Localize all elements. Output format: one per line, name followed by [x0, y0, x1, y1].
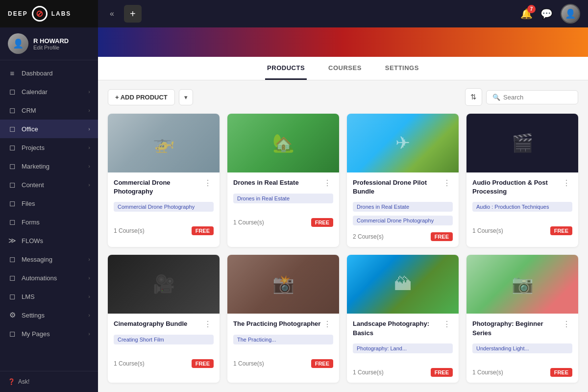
product-card-commercial-drone[interactable]: 🚁 Commercial Drone Photography ⋮ Commerc…	[108, 114, 220, 247]
office-chevron: ›	[88, 126, 90, 132]
user-name: R HOWARD	[33, 37, 69, 45]
product-card-drones-real-estate[interactable]: 🏡 Drones in Real Estate ⋮ Drones in Real…	[227, 114, 339, 247]
product-card-professional-drone[interactable]: ✈ Professional Drone Pilot Bundle ⋮ Dron…	[347, 114, 459, 247]
logo-text-left: DEEP	[8, 10, 28, 17]
card-image-cinematography-bundle: 🎥	[108, 255, 220, 314]
mypages-chevron: ›	[88, 331, 90, 337]
hero-banner	[98, 27, 588, 57]
card-tags: Creating Short Film	[114, 334, 214, 353]
card-title: Commercial Drone Photography	[114, 178, 202, 196]
product-card-landscape-photography[interactable]: 🏔 Landscape Photography: Basics ⋮ Photog…	[347, 255, 459, 382]
tab-settings[interactable]: SETTINGS	[383, 57, 421, 80]
product-card-audio-production[interactable]: 🎬 Audio Production & Post Processing ⋮ A…	[466, 114, 578, 247]
free-badge: FREE	[550, 226, 572, 235]
card-menu-button[interactable]: ⋮	[202, 319, 214, 329]
sidebar-label-projects: Projects	[22, 144, 45, 151]
sidebar-item-dashboard[interactable]: ≡ Dashboard	[0, 64, 98, 82]
sidebar-item-forms[interactable]: ◻ Forms	[0, 213, 98, 231]
free-badge: FREE	[311, 218, 333, 227]
product-grid: 🚁 Commercial Drone Photography ⋮ Commerc…	[108, 114, 578, 383]
office-icon: ◻	[8, 124, 17, 133]
free-badge: FREE	[550, 368, 572, 377]
tab-courses[interactable]: COURSES	[326, 57, 364, 80]
sidebar-label-calendar: Calendar	[22, 88, 48, 96]
ask-button[interactable]: ❓ Ask!	[8, 376, 90, 387]
collapse-button[interactable]: «	[106, 7, 118, 20]
free-badge: FREE	[431, 368, 453, 377]
sidebar-bottom: ❓ Ask!	[0, 371, 98, 392]
sidebar-item-lms[interactable]: ◻ LMS ›	[0, 287, 98, 306]
product-card-photography-beginner[interactable]: 📷 Photography: Beginner Series ⋮ Underst…	[466, 255, 578, 382]
card-tag: Photography: Land...	[353, 343, 453, 353]
sidebar-nav: ≡ Dashboard ◻ Calendar › ◻ CRM › ◻ Offic…	[0, 60, 98, 371]
automations-chevron: ›	[88, 275, 90, 281]
notifications-button[interactable]: 🔔 7	[520, 8, 533, 20]
messages-button[interactable]: 💬	[540, 8, 553, 20]
content-icon: ◻	[8, 180, 17, 189]
sidebar-item-automations[interactable]: ◻ Automations ›	[0, 269, 98, 287]
search-input[interactable]	[503, 94, 572, 101]
card-menu-button[interactable]: ⋮	[441, 178, 453, 188]
card-title: Professional Drone Pilot Bundle	[353, 178, 441, 196]
sidebar-item-marketing[interactable]: ◻ Marketing ›	[0, 157, 98, 175]
main-area: « + 🔔 7 💬 👤 PRODUCTS COURSES SETTINGS + …	[98, 0, 588, 392]
marketing-chevron: ›	[88, 163, 90, 169]
projects-icon: ◻	[8, 143, 17, 152]
sidebar-item-content[interactable]: ◻ Content ›	[0, 175, 98, 194]
lms-icon: ◻	[8, 292, 17, 301]
sidebar-label-dashboard: Dashboard	[22, 70, 53, 77]
sidebar-label-flows: FLOWs	[22, 237, 43, 245]
sidebar-item-settings[interactable]: ⚙ Settings ›	[0, 306, 98, 324]
sidebar-item-messaging[interactable]: ◻ Messaging ›	[0, 250, 98, 269]
sidebar-item-flows[interactable]: ≫ FLOWs	[0, 231, 98, 250]
search-box: 🔍	[486, 90, 578, 104]
add-product-button[interactable]: + ADD PRODUCT	[108, 89, 175, 105]
automations-icon: ◻	[8, 273, 17, 282]
card-menu-button[interactable]: ⋮	[202, 178, 214, 188]
calendar-icon: ◻	[8, 87, 17, 96]
sort-filter-button[interactable]: ⇅	[465, 88, 482, 106]
card-menu-button[interactable]: ⋮	[561, 178, 572, 188]
dashboard-icon: ≡	[8, 69, 17, 77]
card-tags: Audio : Production Techniques	[472, 201, 572, 220]
card-image-drones-real-estate: 🏡	[227, 114, 339, 172]
edit-profile-link[interactable]: Edit Profile	[33, 45, 69, 50]
card-image-practicing-photographer: 📸	[227, 255, 339, 314]
sidebar-label-forms: Forms	[22, 219, 40, 226]
user-avatar-topbar[interactable]: 👤	[561, 4, 580, 24]
card-tags: Drones in Real Estate	[233, 193, 333, 212]
card-tag: The Practicing...	[233, 335, 333, 344]
card-tag: Drones in Real Estate	[233, 194, 333, 203]
sidebar-label-messaging: Messaging	[22, 256, 52, 263]
sidebar-item-crm[interactable]: ◻ CRM ›	[0, 101, 98, 120]
card-title: The Practicing Photographer	[233, 319, 321, 328]
free-badge: FREE	[192, 359, 214, 368]
card-image-commercial-drone: 🚁	[108, 114, 220, 172]
avatar: 👤	[8, 33, 28, 54]
product-card-practicing-photographer[interactable]: 📸 The Practicing Photographer ⋮ The Prac…	[227, 255, 339, 382]
free-badge: FREE	[431, 232, 453, 241]
card-tags: Understanding Light...	[472, 343, 572, 362]
sidebar-item-mypages[interactable]: ◻ My Pages ›	[0, 324, 98, 343]
files-icon: ◻	[8, 199, 17, 208]
topbar: « + 🔔 7 💬 👤	[98, 0, 588, 27]
card-menu-button[interactable]: ⋮	[321, 178, 333, 188]
sidebar-item-office[interactable]: ◻ Office ›	[0, 120, 98, 138]
card-title: Drones in Real Estate	[233, 178, 321, 187]
card-menu-button[interactable]: ⋮	[441, 319, 453, 329]
sidebar-item-projects[interactable]: ◻ Projects ›	[0, 138, 98, 157]
content-area: + ADD PRODUCT ▾ ⇅ 🔍 🚁 Commercial Drone P…	[98, 80, 588, 392]
filter-dropdown-button[interactable]: ▾	[179, 89, 193, 105]
card-menu-button[interactable]: ⋮	[561, 319, 572, 329]
tab-products[interactable]: PRODUCTS	[265, 57, 307, 80]
card-title: Cinematography Bundle	[114, 319, 202, 328]
card-menu-button[interactable]: ⋮	[321, 319, 333, 329]
product-card-cinematography-bundle[interactable]: 🎥 Cinematography Bundle ⋮ Creating Short…	[108, 255, 220, 382]
topbar-icons: 🔔 7 💬 👤	[520, 4, 580, 24]
sidebar-item-calendar[interactable]: ◻ Calendar ›	[0, 82, 98, 101]
add-button[interactable]: +	[124, 5, 142, 23]
content-chevron: ›	[88, 182, 90, 188]
free-badge: FREE	[311, 359, 333, 368]
card-image-professional-drone: ✈	[347, 114, 459, 172]
sidebar-item-files[interactable]: ◻ Files	[0, 194, 98, 213]
